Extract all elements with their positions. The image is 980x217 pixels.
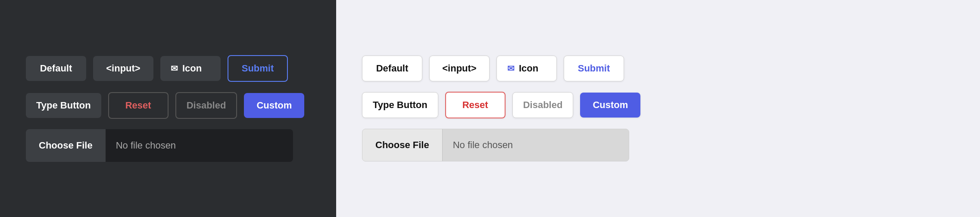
dark-panel: Default <input> ✉ Icon Submit Type Butto… [0,0,336,217]
dark-typebutton-button[interactable]: Type Button [26,93,101,118]
light-disabled-button: Disabled [512,92,574,118]
dark-row-2: Type Button Reset Disabled Custom [26,92,310,119]
light-no-file-label: No file chosen [443,129,629,161]
light-choose-file-button[interactable]: Choose File [362,129,443,161]
light-default-button[interactable]: Default [362,56,422,81]
dark-custom-button[interactable]: Custom [244,93,304,118]
dark-submit-button[interactable]: Submit [228,55,288,82]
dark-row-1: Default <input> ✉ Icon Submit [26,55,310,82]
dark-file-input[interactable]: Choose File No file chosen [26,129,293,162]
light-reset-button[interactable]: Reset [445,92,506,118]
light-file-row: Choose File No file chosen [362,129,954,161]
dark-icon-button[interactable]: ✉ Icon [160,56,221,81]
mail-icon-light: ✉ [507,63,515,74]
light-custom-button[interactable]: Custom [580,93,640,118]
light-icon-button[interactable]: ✉ Icon [496,56,557,81]
light-typebutton-button[interactable]: Type Button [362,92,438,118]
light-submit-button[interactable]: Submit [564,56,624,81]
light-row-2: Type Button Reset Disabled Custom [362,92,954,118]
dark-reset-button[interactable]: Reset [108,92,169,119]
dark-default-button[interactable]: Default [26,56,86,81]
dark-input-button[interactable]: <input> [93,56,153,81]
dark-no-file-label: No file chosen [106,129,293,162]
dark-file-row: Choose File No file chosen [26,129,310,162]
light-input-button[interactable]: <input> [429,56,490,81]
light-file-input[interactable]: Choose File No file chosen [362,129,629,161]
light-row-1: Default <input> ✉ Icon Submit [362,56,954,81]
dark-choose-file-button[interactable]: Choose File [26,129,106,162]
mail-icon: ✉ [171,63,178,74]
light-panel: Default <input> ✉ Icon Submit Type Butto… [336,0,980,217]
dark-disabled-button: Disabled [175,92,237,119]
